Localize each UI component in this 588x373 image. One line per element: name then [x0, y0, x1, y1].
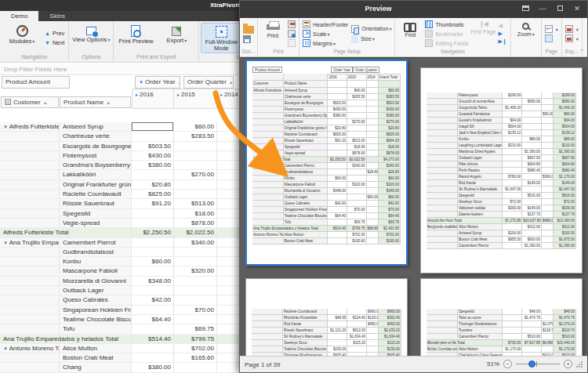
- data-field-product-amount[interactable]: Product Amount: [2, 76, 70, 89]
- product-cell[interactable]: Lakkalikööri: [60, 170, 132, 179]
- value-cell[interactable]: [174, 161, 217, 170]
- value-cell[interactable]: [132, 132, 174, 141]
- minimize-button[interactable]: —: [534, 1, 551, 18]
- customer-cell[interactable]: [0, 306, 60, 315]
- value-cell[interactable]: [132, 324, 174, 334]
- report-page-1[interactable]: Product AmountOrder YearOrder Quarter201…: [245, 60, 408, 266]
- value-cell[interactable]: $283.50: [174, 132, 217, 141]
- preview-canvas[interactable]: Product AmountOrder YearOrder Quarter201…: [240, 57, 587, 357]
- customer-cell[interactable]: [0, 219, 60, 228]
- report-page-3[interactable]: Raclette Courdavault$960.00$960.00Rhönbr…: [245, 278, 408, 357]
- zoom-out-button[interactable]: −: [503, 360, 512, 368]
- value-cell[interactable]: [132, 286, 174, 295]
- product-cell[interactable]: Mozzarella di Giovanni: [60, 277, 132, 286]
- editing-fields-button[interactable]: Editing Fields: [425, 39, 468, 47]
- value-cell[interactable]: $320.00: [174, 266, 217, 276]
- value-cell[interactable]: [132, 238, 174, 248]
- tab-demo[interactable]: Demo: [0, 11, 38, 21]
- send-email-button[interactable]: [565, 34, 579, 42]
- total-value-cell[interactable]: $514.40: [132, 335, 174, 344]
- value-cell[interactable]: $91.20: [132, 199, 174, 208]
- product-cell[interactable]: Chartreuse verte: [60, 132, 132, 141]
- preview-titlebar[interactable]: Preview — ✕: [240, 1, 587, 18]
- customer-cell[interactable]: [0, 199, 60, 208]
- value-cell[interactable]: $20.80: [132, 180, 174, 190]
- value-cell[interactable]: $165.60: [174, 353, 217, 363]
- total-label-cell[interactable]: Alfreds Futterkiste Total: [0, 228, 132, 237]
- value-cell[interactable]: [174, 190, 217, 199]
- find-button[interactable]: Find: [397, 19, 423, 49]
- value-cell[interactable]: [174, 142, 217, 151]
- customer-cell[interactable]: ▼ Antonio Moreno Taquería: [0, 344, 60, 353]
- customer-cell[interactable]: ▼ Ana Trujillo Emparedad...: [0, 238, 60, 248]
- export-button[interactable]: Export: [156, 23, 197, 53]
- value-cell[interactable]: [132, 344, 174, 353]
- orientation-button[interactable]: Orientation: [351, 25, 391, 33]
- product-cell[interactable]: Grandma's Boysenberry Spread: [60, 161, 132, 170]
- report-page-2[interactable]: Fløtemysost$299.00$299.00Gnocchi di nonn…: [420, 67, 583, 273]
- print-options-button[interactable]: [288, 30, 296, 38]
- product-cell[interactable]: Camembert Pierrot: [60, 238, 132, 248]
- thumbnails-button[interactable]: Thumbnails: [425, 20, 468, 28]
- zoom-in-button[interactable]: +: [564, 360, 572, 368]
- zoom-slider[interactable]: [516, 360, 560, 368]
- quick-print-button[interactable]: [288, 20, 296, 28]
- product-cell[interactable]: Tofu: [60, 324, 132, 334]
- filter-dropdown-icon[interactable]: ▼: [139, 80, 143, 85]
- value-cell[interactable]: $380.00: [132, 161, 174, 170]
- value-cell[interactable]: [174, 315, 217, 324]
- view-options-button[interactable]: View Options: [71, 23, 111, 53]
- col-field-order-year[interactable]: ▼Order Year▲: [135, 76, 180, 89]
- value-cell[interactable]: $69.75: [174, 324, 217, 334]
- value-cell[interactable]: $270.00: [174, 170, 217, 179]
- collapse-ribbon-icon[interactable]: ⌃: [579, 49, 584, 55]
- value-cell[interactable]: $64.40: [132, 315, 174, 324]
- product-cell[interactable]: Raclette Courdavault: [60, 190, 132, 199]
- value-cell[interactable]: [132, 266, 174, 276]
- value-cell[interactable]: $60.00: [132, 257, 174, 266]
- value-cell[interactable]: [174, 151, 217, 161]
- zoom-button[interactable]: Zoom: [513, 19, 539, 49]
- value-cell[interactable]: [174, 248, 217, 257]
- customer-cell[interactable]: [0, 266, 60, 276]
- total-value-cell[interactable]: $2,250.50: [132, 228, 174, 237]
- value-cell[interactable]: $60.00: [174, 122, 217, 132]
- last-page-button[interactable]: ▶❙: [498, 38, 506, 45]
- customer-cell[interactable]: [0, 209, 60, 219]
- open-document-button[interactable]: [243, 24, 254, 34]
- customer-cell[interactable]: [0, 315, 60, 324]
- value-cell[interactable]: [174, 180, 217, 190]
- value-cell[interactable]: [132, 248, 174, 257]
- next-page-button[interactable]: ▶: [498, 31, 506, 37]
- modules-button[interactable]: Modules: [2, 23, 42, 53]
- col-field-order-quarter[interactable]: Order Quarter▲: [183, 76, 234, 89]
- customer-cell[interactable]: [0, 363, 60, 372]
- value-cell[interactable]: [132, 219, 174, 228]
- previous-page-button[interactable]: ◀: [498, 23, 506, 29]
- customer-cell[interactable]: [0, 170, 60, 179]
- customer-cell[interactable]: [0, 277, 60, 286]
- product-cell[interactable]: Outback Lager: [60, 286, 132, 295]
- bookmarks-button[interactable]: Bookmarks: [425, 30, 468, 38]
- product-cell[interactable]: Flotemysost: [60, 151, 132, 161]
- value-cell[interactable]: [132, 209, 174, 219]
- value-cell[interactable]: [132, 170, 174, 179]
- value-cell[interactable]: [174, 295, 217, 305]
- total-value-cell[interactable]: $2,022.50: [174, 228, 217, 237]
- product-cell[interactable]: Boston Crab Meat: [60, 353, 132, 363]
- resize-grip[interactable]: [576, 361, 583, 368]
- value-cell[interactable]: $380.00: [132, 363, 174, 372]
- customer-cell[interactable]: [0, 248, 60, 257]
- product-cell[interactable]: Konbu: [60, 257, 132, 266]
- customer-cell[interactable]: [0, 295, 60, 305]
- value-cell[interactable]: [132, 306, 174, 315]
- product-cell[interactable]: Gudbrandsdalsost: [60, 248, 132, 257]
- value-cell[interactable]: $430.00: [132, 151, 174, 161]
- value-cell[interactable]: $503.50: [132, 142, 174, 151]
- value-cell[interactable]: $702.00: [174, 344, 217, 353]
- value-cell[interactable]: $513.00: [174, 199, 217, 208]
- value-cell[interactable]: [174, 257, 217, 266]
- column-header-2015[interactable]: ▸2015: [174, 89, 217, 109]
- first-page-button[interactable]: ❙◀ First Page: [470, 19, 496, 49]
- customer-cell[interactable]: [0, 286, 60, 295]
